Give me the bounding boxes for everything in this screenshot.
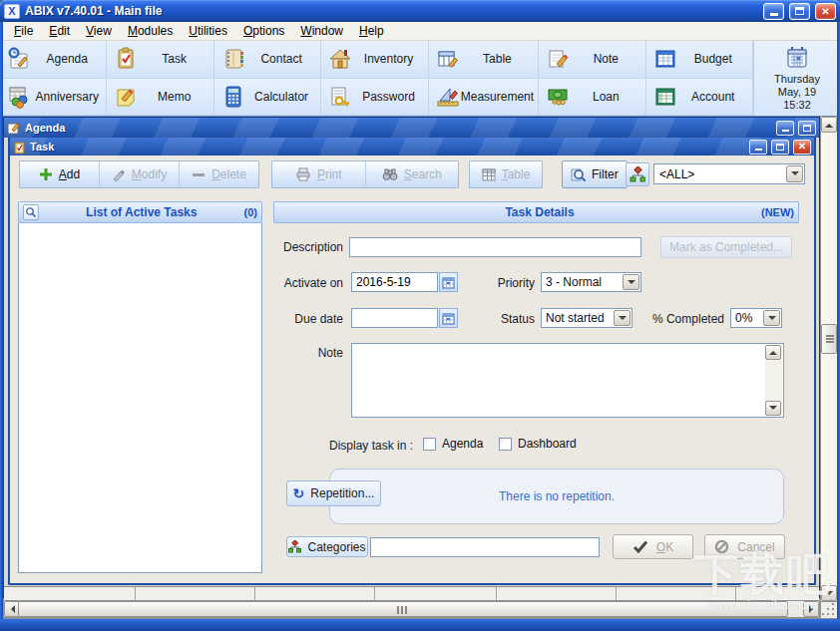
print-button[interactable]: Print bbox=[272, 161, 366, 187]
minimize-button[interactable] bbox=[763, 3, 784, 20]
category-filter-button[interactable] bbox=[626, 162, 649, 186]
resize-grip[interactable] bbox=[821, 602, 837, 618]
ok-button[interactable]: OK bbox=[613, 534, 693, 559]
activate-on-label: Activate on bbox=[273, 276, 343, 290]
categories-input[interactable] bbox=[370, 537, 600, 557]
date-time-panel[interactable]: Thursday May, 19 15:32 bbox=[753, 41, 840, 116]
category-filter-value: <ALL> bbox=[654, 167, 786, 181]
inventory-icon bbox=[327, 46, 353, 72]
category-filter-select[interactable]: <ALL> bbox=[653, 163, 805, 184]
maximize-icon bbox=[776, 144, 784, 151]
module-label: Task bbox=[139, 52, 209, 66]
dashboard-checkbox[interactable] bbox=[499, 438, 512, 451]
status-select[interactable]: Not started bbox=[541, 308, 632, 328]
module-button-contact[interactable]: Contact bbox=[214, 41, 321, 79]
window-frame-left bbox=[0, 22, 3, 631]
arrow-right-icon bbox=[809, 605, 817, 613]
maximize-button[interactable] bbox=[789, 3, 810, 20]
percent-completed-select[interactable]: 0% bbox=[730, 308, 782, 328]
display-task-in-label: Display task in : bbox=[329, 439, 419, 453]
active-tasks-panel: List of Active Tasks (0) bbox=[18, 201, 262, 573]
filter-button[interactable]: Filter bbox=[562, 160, 628, 188]
scroll-down-button[interactable] bbox=[821, 585, 837, 601]
agenda-titlebar: Agenda bbox=[4, 118, 819, 138]
scroll-down-button[interactable] bbox=[765, 401, 781, 416]
vertical-scrollbar-thumb[interactable] bbox=[821, 324, 837, 354]
description-input[interactable] bbox=[349, 237, 641, 257]
due-date-input[interactable] bbox=[351, 308, 438, 328]
horizontal-scrollbar-thumb[interactable] bbox=[18, 601, 788, 617]
task-details-panel: Task Details (NEW) Description Mark as C… bbox=[273, 201, 799, 573]
activate-on-calendar-button[interactable] bbox=[439, 272, 458, 292]
priority-select[interactable]: 3 - Normal bbox=[541, 272, 641, 292]
active-tasks-list[interactable] bbox=[18, 223, 262, 573]
note-scrollbar[interactable] bbox=[765, 345, 782, 416]
menu-modules[interactable]: Modules bbox=[120, 22, 181, 40]
module-button-password[interactable]: Password bbox=[321, 79, 428, 117]
task-maximize-button[interactable] bbox=[771, 140, 789, 155]
grid-cell bbox=[736, 587, 819, 600]
percent-completed-value: 0% bbox=[731, 311, 763, 325]
module-button-table[interactable]: Table bbox=[429, 41, 539, 79]
modify-button[interactable]: Modify bbox=[100, 161, 180, 187]
magnifier-icon[interactable] bbox=[23, 204, 39, 220]
task-minimize-button[interactable] bbox=[749, 140, 767, 155]
repeat-icon: ↻ bbox=[293, 486, 305, 500]
printer-icon bbox=[295, 167, 311, 181]
scroll-up-button[interactable] bbox=[821, 117, 837, 133]
module-button-anniversary[interactable]: Anniversary bbox=[0, 79, 107, 117]
categories-button[interactable]: Categories bbox=[286, 536, 368, 557]
task-details-header: Task Details (NEW) bbox=[273, 201, 799, 223]
table-icon bbox=[435, 46, 461, 72]
search-button[interactable]: Search bbox=[366, 161, 459, 187]
chevron-down-icon bbox=[763, 310, 780, 326]
repetition-button[interactable]: ↻ Repetition... bbox=[286, 480, 381, 506]
binoculars-icon bbox=[382, 167, 398, 181]
task-window-icon bbox=[13, 141, 26, 154]
arrow-up-icon bbox=[825, 120, 833, 128]
activate-on-input[interactable] bbox=[351, 272, 438, 292]
table-view-button[interactable]: Table bbox=[470, 161, 542, 187]
module-label: Contact bbox=[246, 52, 316, 66]
chevron-down-icon[interactable] bbox=[786, 165, 803, 182]
scroll-right-button[interactable] bbox=[803, 601, 819, 617]
mark-as-completed-button[interactable]: Mark as Completed... bbox=[660, 236, 792, 258]
menu-help[interactable]: Help bbox=[351, 22, 392, 40]
module-button-note[interactable]: Note bbox=[539, 41, 645, 79]
module-button-budget[interactable]: Budget bbox=[646, 41, 753, 79]
agenda-maximize-button[interactable] bbox=[798, 121, 816, 136]
agenda-minimize-button[interactable] bbox=[776, 121, 794, 136]
module-button-inventory[interactable]: Inventory bbox=[321, 41, 428, 79]
module-button-calculator[interactable]: Calculator bbox=[214, 79, 321, 117]
menu-file[interactable]: File bbox=[6, 22, 41, 40]
module-button-memo[interactable]: Memo bbox=[107, 79, 213, 117]
note-textarea[interactable] bbox=[351, 343, 784, 418]
vertical-scrollbar[interactable] bbox=[821, 117, 837, 601]
task-close-button[interactable]: ✕ bbox=[793, 140, 811, 155]
menu-options[interactable]: Options bbox=[235, 22, 292, 40]
cancel-button[interactable]: Cancel bbox=[704, 534, 785, 559]
menu-utilities[interactable]: Utilities bbox=[181, 22, 235, 40]
module-button-agenda[interactable]: Agenda bbox=[0, 41, 107, 79]
module-button-account[interactable]: Account bbox=[646, 79, 753, 117]
due-date-calendar-button[interactable] bbox=[439, 308, 458, 328]
arrow-down-icon bbox=[769, 406, 777, 414]
horizontal-scrollbar[interactable] bbox=[4, 601, 819, 617]
menu-view[interactable]: View bbox=[78, 22, 120, 40]
module-button-loan[interactable]: Loan bbox=[539, 79, 645, 117]
delete-button[interactable]: Delete bbox=[180, 161, 258, 187]
module-label: Table bbox=[461, 52, 534, 66]
add-button[interactable]: Add bbox=[20, 161, 100, 187]
agenda-checkbox-label: Agenda bbox=[442, 437, 483, 451]
grid-cell bbox=[136, 587, 255, 600]
module-button-task[interactable]: Task bbox=[107, 41, 213, 79]
calendar-icon bbox=[784, 45, 810, 71]
menu-window[interactable]: Window bbox=[292, 22, 351, 40]
menu-edit[interactable]: Edit bbox=[41, 22, 78, 40]
agenda-checkbox[interactable] bbox=[423, 438, 436, 451]
clock-day: Thursday bbox=[774, 73, 820, 86]
agenda-content: Task ✕ Add bbox=[4, 138, 819, 597]
scroll-up-button[interactable] bbox=[765, 345, 781, 360]
module-button-measurement[interactable]: Measurement bbox=[429, 79, 539, 117]
close-button[interactable]: ✕ bbox=[815, 3, 836, 20]
